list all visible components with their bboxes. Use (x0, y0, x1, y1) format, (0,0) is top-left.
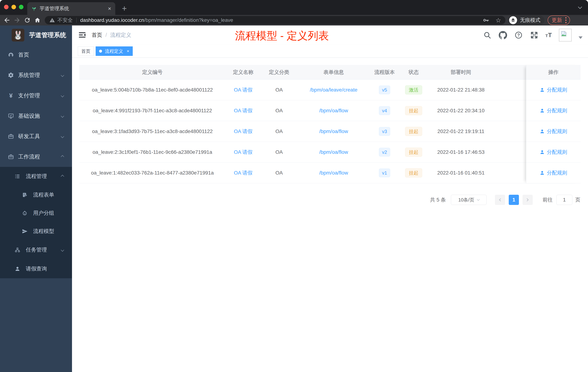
tag-close-icon[interactable]: × (127, 49, 129, 54)
sidebar-item-6[interactable]: 流程管理 (0, 167, 72, 186)
tag-label: 首页 (81, 48, 90, 54)
incognito-label: 无痕模式 (520, 17, 540, 24)
status-badge[interactable]: 挂起 (405, 168, 422, 177)
url-bar[interactable]: 不安全 dashboard.yudao.iocoder.cn/bpm/manag… (45, 16, 505, 24)
reload-icon[interactable] (22, 15, 32, 25)
update-label[interactable]: 更新 (552, 17, 562, 24)
version-badge: v2 (379, 148, 390, 156)
search-icon[interactable] (483, 31, 492, 40)
close-window-icon[interactable] (4, 5, 9, 9)
sidebar-item-0[interactable]: 首页 (0, 44, 72, 65)
assign-rule-button[interactable]: 分配规则 (526, 163, 580, 183)
definition-name-link[interactable]: OA 请假 (234, 107, 252, 114)
assign-rule-button[interactable]: 分配规则 (526, 121, 580, 142)
sidebar-item-5[interactable]: 工作流程 (0, 146, 72, 167)
main-content: 定义编号定义名称定义分类表单信息流程版本状态部署时间 oa_leave:5:00… (72, 58, 588, 372)
cell-version: v3 (370, 121, 399, 142)
user-menu-caret-icon[interactable] (578, 36, 583, 39)
cell-definition-name: OA 请假 (225, 163, 261, 183)
definition-name-link[interactable]: OA 请假 (234, 149, 252, 156)
tab-title: 芋道管理系统 (40, 5, 108, 12)
sidebar-item-label: 工作流程 (18, 153, 40, 161)
browser-tabstrip: 芋道管理系统 × + (0, 0, 588, 15)
prev-page-button[interactable] (495, 195, 505, 205)
tab-close-icon[interactable]: × (108, 6, 111, 11)
page-size-value: 10条/页 (458, 197, 474, 203)
cell-filler (494, 142, 526, 162)
sidebar-item-2[interactable]: ¥支付管理 (0, 85, 72, 106)
definition-name-link[interactable]: OA 请假 (234, 169, 252, 176)
status-badge[interactable]: 挂起 (405, 106, 422, 115)
paper-plane-icon (21, 228, 28, 234)
kebab-menu-icon[interactable] (565, 17, 567, 23)
status-badge[interactable]: 挂起 (405, 127, 422, 136)
sidebar-item-3[interactable]: 基础设施 (0, 106, 72, 126)
font-size-icon[interactable]: TT (546, 32, 552, 39)
logo-image: 🐰 (12, 29, 24, 42)
tag-home[interactable]: 首页 (78, 46, 94, 56)
sidebar-item-1[interactable]: 系统管理 (0, 65, 72, 85)
sidebar-item-11[interactable]: 请假查询 (0, 259, 72, 278)
url-path: /bpm/manager/definition?key=oa_leave (144, 17, 233, 23)
column-header-4: 流程版本 (370, 65, 399, 79)
definition-name-link[interactable]: OA 请假 (234, 128, 252, 135)
goto-page-input[interactable]: 1 (556, 195, 572, 205)
minimize-window-icon[interactable] (11, 5, 16, 9)
browser-tab[interactable]: 芋道管理系统 × (27, 2, 115, 15)
cell-definition-name: OA 请假 (225, 142, 261, 162)
cell-form-info: /bpm/oa/flow (297, 163, 370, 183)
browser-update-button[interactable]: 更新 (548, 15, 570, 25)
form-info-link[interactable]: /bpm/oa/flow (319, 108, 348, 114)
sidebar-item-8[interactable]: 用户分组 (0, 204, 72, 222)
tab-search-chevron-icon[interactable] (578, 5, 581, 9)
goto-unit-label: 页 (575, 195, 580, 205)
help-icon[interactable]: ? (514, 31, 523, 40)
key-icon[interactable] (483, 17, 489, 24)
sidebar-item-7[interactable]: 流程表单 (0, 186, 72, 204)
org-tree-icon (14, 247, 21, 253)
app-logo[interactable]: 🐰 芋道管理系统 (0, 25, 72, 44)
form-info-link[interactable]: /bpm/oa/leave/create (310, 87, 357, 93)
hamburger-icon[interactable] (78, 31, 86, 39)
assign-rule-button[interactable]: 分配规则 (526, 79, 580, 100)
back-icon[interactable] (2, 15, 12, 25)
cell-status: 挂起 (399, 121, 428, 142)
maximize-window-icon[interactable] (19, 5, 23, 9)
security-label[interactable]: 不安全 (57, 17, 73, 24)
new-tab-button[interactable]: + (118, 2, 130, 14)
bookmark-star-icon[interactable]: ☆ (496, 17, 501, 23)
tag-process-definition[interactable]: 流程定义 × (96, 46, 133, 56)
goto-label: 前往 (543, 195, 553, 205)
column-header-5: 状态 (399, 65, 428, 79)
status-badge[interactable]: 挂起 (405, 148, 422, 157)
table-row: oa_leave:3:1fad3d93-7b75-11ec-a3c8-acde4… (79, 121, 580, 142)
status-badge[interactable]: 激活 (405, 85, 422, 94)
form-info-link[interactable]: /bpm/oa/flow (319, 149, 348, 155)
next-page-button[interactable] (523, 195, 533, 205)
form-info-link[interactable]: /bpm/oa/flow (319, 170, 348, 176)
sidebar-item-4[interactable]: 研发工具 (0, 126, 72, 146)
page-size-select[interactable]: 10条/页 (451, 195, 487, 205)
window-controls[interactable] (4, 5, 23, 9)
fullscreen-icon[interactable] (530, 31, 538, 40)
version-badge: v3 (379, 127, 390, 136)
sidebar-item-9[interactable]: 流程模型 (0, 222, 72, 241)
sidebar-item-10[interactable]: 任务管理 (0, 241, 72, 259)
definition-name-link[interactable]: OA 请假 (234, 87, 252, 93)
page-number-1[interactable]: 1 (509, 195, 519, 205)
form-info-link[interactable]: /bpm/oa/flow (319, 129, 348, 134)
cell-status: 挂起 (399, 100, 428, 121)
cell-deploy-time: 2022-01-16 01:40:51 (428, 163, 494, 183)
robot-icon (21, 210, 28, 216)
avatar[interactable] (559, 29, 572, 42)
forward-icon[interactable] (12, 15, 22, 25)
assign-rule-button[interactable]: 分配规则 (526, 142, 580, 163)
cell-version: v1 (370, 163, 399, 183)
monitor-icon (7, 113, 15, 119)
github-icon[interactable] (499, 31, 507, 40)
home-icon[interactable] (32, 15, 42, 25)
favicon-seedling-icon (31, 6, 37, 11)
cell-version: v5 (370, 79, 399, 100)
assign-rule-button[interactable]: 分配规则 (526, 100, 580, 121)
breadcrumb-home[interactable]: 首页 (92, 32, 102, 39)
